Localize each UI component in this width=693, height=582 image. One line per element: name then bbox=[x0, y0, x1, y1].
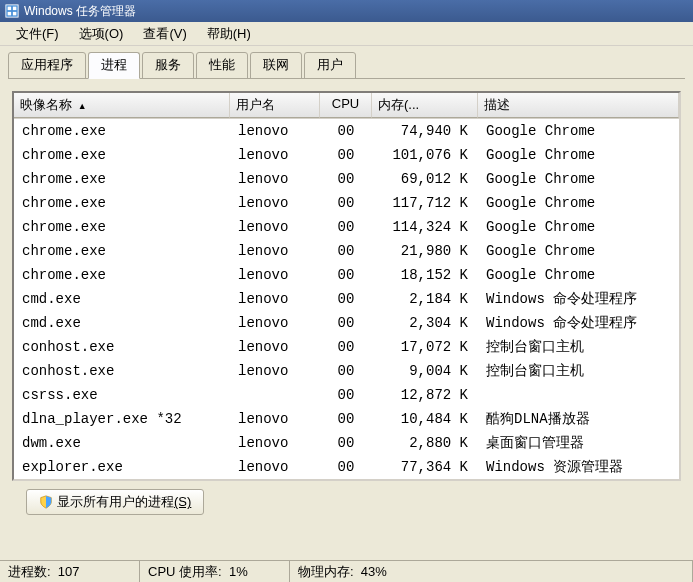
cell-user: lenovo bbox=[230, 170, 320, 188]
col-label: 映像名称 bbox=[20, 97, 72, 112]
cell-image-name: chrome.exe bbox=[14, 242, 230, 260]
cell-user: lenovo bbox=[230, 434, 320, 452]
cell-memory: 12,872 K bbox=[372, 386, 478, 404]
table-row[interactable]: chrome.exelenovo00117,712 KGoogle Chrome bbox=[14, 191, 679, 215]
list-body[interactable]: chrome.exelenovo0074,940 KGoogle Chromec… bbox=[14, 119, 679, 481]
cell-cpu: 00 bbox=[320, 170, 372, 188]
cell-image-name: dlna_player.exe *32 bbox=[14, 410, 230, 428]
cell-memory: 2,880 K bbox=[372, 434, 478, 452]
menu-file[interactable]: 文件(F) bbox=[6, 23, 69, 45]
cell-user: lenovo bbox=[230, 410, 320, 428]
cell-image-name: chrome.exe bbox=[14, 194, 230, 212]
cell-memory: 2,304 K bbox=[372, 314, 478, 332]
table-row[interactable]: chrome.exelenovo0074,940 KGoogle Chrome bbox=[14, 119, 679, 143]
cell-user: lenovo bbox=[230, 362, 320, 380]
show-all-users-label: 显示所有用户的进程(S) bbox=[57, 493, 191, 511]
table-row[interactable]: chrome.exelenovo00114,324 KGoogle Chrome bbox=[14, 215, 679, 239]
table-row[interactable]: chrome.exelenovo0018,152 KGoogle Chrome bbox=[14, 263, 679, 287]
app-icon bbox=[4, 3, 20, 19]
cell-image-name: chrome.exe bbox=[14, 122, 230, 140]
cell-image-name: conhost.exe bbox=[14, 362, 230, 380]
cell-cpu: 00 bbox=[320, 362, 372, 380]
cell-memory: 101,076 K bbox=[372, 146, 478, 164]
cell-user: lenovo bbox=[230, 218, 320, 236]
window-title: Windows 任务管理器 bbox=[24, 3, 136, 20]
cell-image-name: chrome.exe bbox=[14, 218, 230, 236]
cell-memory: 2,184 K bbox=[372, 290, 478, 308]
cell-cpu: 00 bbox=[320, 146, 372, 164]
cell-description: Google Chrome bbox=[478, 194, 679, 212]
cell-memory: 114,324 K bbox=[372, 218, 478, 236]
cell-memory: 9,004 K bbox=[372, 362, 478, 380]
cell-image-name: chrome.exe bbox=[14, 266, 230, 284]
tab-networking[interactable]: 联网 bbox=[250, 52, 302, 79]
table-row[interactable]: conhost.exelenovo009,004 K控制台窗口主机 bbox=[14, 359, 679, 383]
table-row[interactable]: chrome.exelenovo0021,980 KGoogle Chrome bbox=[14, 239, 679, 263]
cell-description: 酷狗DLNA播放器 bbox=[478, 409, 679, 429]
tab-processes[interactable]: 进程 bbox=[88, 52, 140, 79]
shield-icon bbox=[39, 495, 53, 509]
table-row[interactable]: dlna_player.exe *32lenovo0010,484 K酷狗DLN… bbox=[14, 407, 679, 431]
content-area: 映像名称 ▲ 用户名 CPU 内存(... 描述 chrome.exelenov… bbox=[0, 79, 693, 535]
sort-asc-icon: ▲ bbox=[78, 101, 87, 111]
cell-description: 控制台窗口主机 bbox=[478, 361, 679, 381]
status-process-count: 进程数: 107 bbox=[0, 561, 140, 582]
cell-user: lenovo bbox=[230, 146, 320, 164]
col-header-user[interactable]: 用户名 bbox=[230, 93, 320, 118]
table-row[interactable]: chrome.exelenovo00101,076 KGoogle Chrome bbox=[14, 143, 679, 167]
menu-options[interactable]: 选项(O) bbox=[69, 23, 134, 45]
cell-memory: 117,712 K bbox=[372, 194, 478, 212]
tab-services[interactable]: 服务 bbox=[142, 52, 194, 79]
col-header-description[interactable]: 描述 bbox=[478, 93, 679, 118]
cell-memory: 74,940 K bbox=[372, 122, 478, 140]
tab-users[interactable]: 用户 bbox=[304, 52, 356, 79]
table-row[interactable]: dwm.exelenovo002,880 K桌面窗口管理器 bbox=[14, 431, 679, 455]
table-row[interactable]: csrss.exe0012,872 K bbox=[14, 383, 679, 407]
col-header-memory[interactable]: 内存(... bbox=[372, 93, 478, 118]
cell-user: lenovo bbox=[230, 266, 320, 284]
cell-description: 控制台窗口主机 bbox=[478, 337, 679, 357]
cell-cpu: 00 bbox=[320, 386, 372, 404]
cell-user: lenovo bbox=[230, 290, 320, 308]
svg-rect-4 bbox=[13, 12, 17, 16]
tab-applications[interactable]: 应用程序 bbox=[8, 52, 86, 79]
cell-description: Windows 资源管理器 bbox=[478, 457, 679, 477]
cell-cpu: 00 bbox=[320, 242, 372, 260]
svg-rect-1 bbox=[8, 7, 12, 11]
cell-description bbox=[478, 394, 679, 396]
cell-memory: 21,980 K bbox=[372, 242, 478, 260]
process-listview: 映像名称 ▲ 用户名 CPU 内存(... 描述 chrome.exelenov… bbox=[12, 91, 681, 481]
tab-performance[interactable]: 性能 bbox=[196, 52, 248, 79]
table-row[interactable]: cmd.exelenovo002,304 KWindows 命令处理程序 bbox=[14, 311, 679, 335]
cell-description: 桌面窗口管理器 bbox=[478, 433, 679, 453]
cell-user: lenovo bbox=[230, 458, 320, 476]
cell-cpu: 00 bbox=[320, 314, 372, 332]
table-row[interactable]: cmd.exelenovo002,184 KWindows 命令处理程序 bbox=[14, 287, 679, 311]
cell-cpu: 00 bbox=[320, 194, 372, 212]
table-row[interactable]: conhost.exelenovo0017,072 K控制台窗口主机 bbox=[14, 335, 679, 359]
cell-cpu: 00 bbox=[320, 218, 372, 236]
table-row[interactable]: explorer.exelenovo0077,364 KWindows 资源管理… bbox=[14, 455, 679, 479]
cell-image-name: chrome.exe bbox=[14, 170, 230, 188]
cell-cpu: 00 bbox=[320, 290, 372, 308]
cell-cpu: 00 bbox=[320, 266, 372, 284]
cell-user bbox=[230, 394, 320, 396]
cell-image-name: chrome.exe bbox=[14, 146, 230, 164]
status-cpu-usage: CPU 使用率: 1% bbox=[140, 561, 290, 582]
svg-rect-2 bbox=[13, 7, 17, 11]
cell-user: lenovo bbox=[230, 242, 320, 260]
show-all-users-button[interactable]: 显示所有用户的进程(S) bbox=[26, 489, 204, 515]
cell-description: Windows 命令处理程序 bbox=[478, 313, 679, 333]
menubar: 文件(F) 选项(O) 查看(V) 帮助(H) bbox=[0, 22, 693, 46]
cell-image-name: cmd.exe bbox=[14, 290, 230, 308]
col-header-image-name[interactable]: 映像名称 ▲ bbox=[14, 93, 230, 118]
cell-description: Google Chrome bbox=[478, 170, 679, 188]
menu-view[interactable]: 查看(V) bbox=[133, 23, 196, 45]
cell-description: Google Chrome bbox=[478, 242, 679, 260]
cell-description: Windows 命令处理程序 bbox=[478, 289, 679, 309]
col-header-cpu[interactable]: CPU bbox=[320, 93, 372, 118]
table-row[interactable]: chrome.exelenovo0069,012 KGoogle Chrome bbox=[14, 167, 679, 191]
cell-memory: 77,364 K bbox=[372, 458, 478, 476]
menu-help[interactable]: 帮助(H) bbox=[197, 23, 261, 45]
status-phys-mem: 物理内存: 43% bbox=[290, 561, 693, 582]
